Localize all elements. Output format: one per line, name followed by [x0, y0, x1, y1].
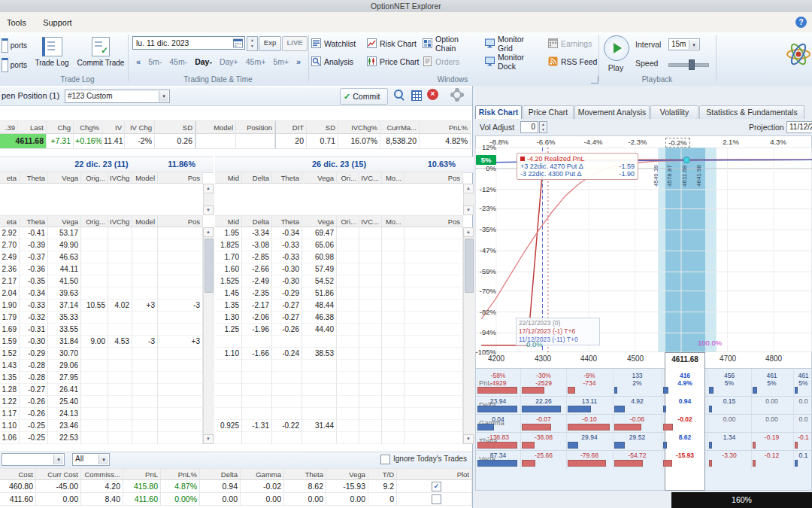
table-cell — [404, 420, 463, 432]
reports-button[interactable]: ports — [0, 38, 27, 53]
greeks-bar — [522, 442, 535, 449]
date-nav-button[interactable]: » — [292, 57, 304, 66]
strategy-value: #123 Custom — [68, 92, 112, 100]
reports-button[interactable]: ports — [0, 57, 27, 72]
date-nav-button[interactable]: Day- — [191, 57, 216, 66]
vol-adjust-spinner[interactable]: ▲▼ — [539, 121, 547, 133]
scroll-down-icon[interactable]: ▼ — [463, 205, 474, 215]
commit-trade-button[interactable]: ✓ Commit Trade — [75, 35, 126, 75]
table-cell — [158, 275, 203, 287]
windows-item-watchlist[interactable]: Watchlist — [311, 38, 365, 50]
calendar-icon[interactable] — [233, 38, 243, 52]
tab-price-chart[interactable]: Price Chart — [523, 105, 574, 119]
scroll-up-icon[interactable]: ▲ — [203, 184, 214, 193]
chevron-down-icon[interactable]: ▾ — [53, 455, 63, 464]
vol-adjust-input[interactable]: 0 — [520, 121, 538, 133]
scroll-down-icon[interactable]: ▼ — [203, 434, 214, 444]
speed-slider-thumb[interactable] — [689, 59, 695, 70]
windows-item-monitor-grid[interactable]: Monitor Grid — [485, 38, 539, 50]
plot-checkbox[interactable] — [432, 494, 441, 504]
leg-text: -3 22dic. 4300 Put Δ — [520, 170, 582, 178]
ignore-trades-checkbox[interactable] — [380, 455, 390, 464]
trade-log-button[interactable]: Trade Log — [30, 35, 74, 75]
table-cell — [382, 251, 404, 263]
export-grid-icon[interactable] — [411, 90, 422, 101]
scroll-down-icon[interactable]: ▼ — [203, 205, 214, 215]
chevron-down-icon[interactable]: ▾ — [159, 91, 168, 102]
probability-right: 100.0% — [698, 339, 722, 347]
date-nav-button[interactable]: « — [132, 57, 144, 66]
table-cell: 0.00 — [284, 493, 326, 506]
table-cell — [404, 432, 463, 444]
greeks-value: -0.07 — [521, 415, 566, 423]
windows-item-monitor-dock[interactable]: Monitor Dock — [485, 56, 539, 68]
expiry-table-near-header[interactable]: 22 dic. 23 (11)11.86% — [0, 157, 214, 173]
table-cell — [404, 348, 463, 360]
table-cell — [404, 372, 463, 384]
interval-select[interactable]: 15m ▾ — [668, 38, 700, 50]
chevron-down-icon[interactable]: ▾ — [98, 455, 108, 464]
greeks-value: 22.26 — [521, 397, 566, 405]
table-cell — [158, 287, 203, 300]
column-header: Delta — [242, 215, 272, 227]
commit-button[interactable]: ✓ Commit — [340, 88, 388, 105]
windows-dialog-launcher-icon[interactable] — [591, 76, 598, 84]
windows-item-risk-chart[interactable]: Risk Chart — [367, 38, 421, 50]
scrollbar-thumb[interactable] — [205, 239, 214, 293]
greeks-bar — [663, 424, 673, 430]
windows-item-earnings[interactable]: Earnings — [548, 38, 602, 50]
table-cell: -0.33 — [20, 300, 48, 312]
tab-volatility[interactable]: Volatility — [650, 105, 698, 119]
column-header: Pos — [158, 215, 203, 227]
commit-trade-label: Commit Trade — [77, 59, 125, 67]
menu-tools[interactable]: Tools — [0, 12, 33, 27]
filter-select-2[interactable]: All ▾ — [72, 453, 110, 466]
exp-button[interactable]: Exp — [259, 36, 281, 51]
table-cell: -2% — [125, 134, 155, 149]
tab-risk-chart[interactable]: Risk Chart — [475, 105, 522, 119]
greeks-bar — [477, 406, 517, 412]
scroll-up-icon[interactable]: ▲ — [203, 227, 214, 237]
table-cell — [337, 275, 359, 287]
scroll-up-icon[interactable]: ▲ — [463, 184, 474, 193]
filter-select-1[interactable]: ▾ — [2, 453, 65, 466]
table-row — [215, 408, 463, 420]
table-cell: 1.79 — [0, 312, 20, 324]
windows-item-price-chart[interactable]: Price Chart — [367, 56, 421, 68]
scrollbar-thumb[interactable] — [465, 239, 474, 293]
plot-checkbox[interactable]: ✓ — [432, 482, 441, 491]
strategy-select[interactable]: #123 Custom ▾ — [65, 90, 170, 103]
table-cell: 49.90 — [48, 239, 81, 251]
date-nav-button[interactable]: 5m+ — [269, 57, 292, 66]
help-icon[interactable]: ? — [795, 17, 807, 28]
live-button[interactable]: LIVE — [282, 36, 308, 51]
greeks-bar — [795, 387, 798, 394]
close-icon[interactable]: × — [427, 89, 438, 100]
expiry-table-far-header[interactable]: 26 dic. 23 (15)10.63% — [215, 157, 474, 173]
table-cell — [158, 420, 203, 432]
play-button[interactable] — [604, 35, 629, 61]
projection-date-input[interactable]: 11/12/20 — [786, 121, 812, 133]
windows-item-orders[interactable]: Orders — [423, 56, 477, 68]
trading-date-input[interactable]: lu. 11 dic. 2023 — [132, 36, 245, 50]
gear-icon[interactable] — [453, 90, 462, 99]
menu-support[interactable]: Support — [36, 12, 79, 27]
date-spinner[interactable]: ▲▼ — [247, 36, 258, 51]
table-cell — [302, 432, 337, 444]
tab-statistics-fundamentals[interactable]: Statistics & Fundamentals — [699, 105, 804, 119]
report-icon — [2, 38, 8, 53]
date-nav-button[interactable]: 5m- — [144, 57, 165, 66]
scroll-down-icon[interactable]: ▼ — [463, 434, 474, 444]
date-nav-button[interactable]: Day+ — [216, 57, 242, 66]
svg-text:4578.87: 4578.87 — [666, 165, 673, 187]
chevron-down-icon[interactable]: ▾ — [689, 40, 698, 49]
scroll-up-icon[interactable]: ▲ — [463, 227, 474, 237]
date-nav-button[interactable]: 45m- — [165, 57, 191, 66]
windows-item-rss-feed[interactable]: RSS Feed — [548, 56, 602, 68]
windows-item-option-chain[interactable]: Option Chain — [423, 38, 477, 50]
windows-item-analysis[interactable]: Analysis — [311, 56, 365, 68]
commit-label: Commit — [353, 92, 380, 101]
table-cell: 0.94 — [200, 480, 241, 493]
tab-movement-analysis[interactable]: Movement Analysis — [574, 105, 650, 119]
date-nav-button[interactable]: 45m+ — [242, 57, 270, 66]
